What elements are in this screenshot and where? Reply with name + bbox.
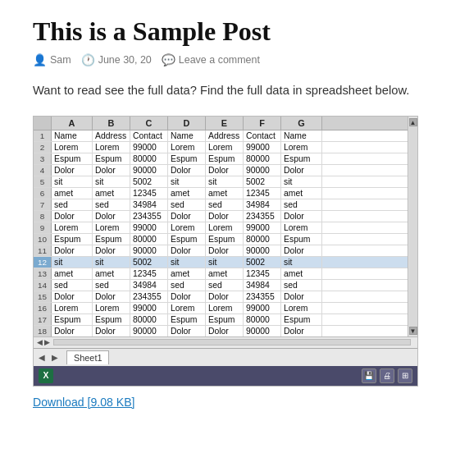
table-row: 16LoremLorem99000LoremLorem99000Lorem <box>34 303 408 314</box>
table-cell: Dolor <box>93 211 130 222</box>
table-cell: 5002 <box>130 257 168 268</box>
table-cell: 12345 <box>130 268 168 279</box>
table-cell: 90000 <box>130 326 168 336</box>
table-cell: 80000 <box>244 234 281 245</box>
table-row: 5sitsit5002sitsit5002sit <box>34 176 408 188</box>
table-cell: sit <box>168 257 206 268</box>
table-cell: sit <box>168 176 206 187</box>
table-row: 13ametamet12345ametamet12345amet <box>34 268 408 280</box>
leave-comment-link[interactable]: Leave a comment <box>179 54 260 66</box>
table-cell: Dolor <box>168 165 206 176</box>
table-cell: 234355 <box>244 211 281 222</box>
comment-icon: 💬 <box>162 53 175 66</box>
toolbar-expand-button[interactable]: ⊞ <box>398 368 412 383</box>
table-cell: sed <box>206 199 244 210</box>
tab-scroll-left[interactable]: ◀ <box>37 352 47 362</box>
toolbar-save-button[interactable]: 💾 <box>362 368 376 383</box>
table-cell: Lorem <box>52 222 93 233</box>
table-cell: Espum <box>206 153 244 164</box>
table-cell: Espum <box>206 234 244 245</box>
author-icon: 👤 <box>33 53 47 66</box>
table-cell: 90000 <box>244 326 281 336</box>
table-cell: Espum <box>52 153 93 164</box>
table-cell: 34984 <box>130 280 168 291</box>
table-cell: sed <box>168 280 206 291</box>
table-cell: Dolor <box>206 291 244 302</box>
table-cell: Dolor <box>52 165 93 176</box>
table-cell: Dolor <box>206 245 244 256</box>
table-cell: 80000 <box>130 153 168 164</box>
table-cell: sit <box>281 257 322 268</box>
spreadsheet-wrapper: ABCDEFG 1NameAddressContactNameAddressCo… <box>34 117 417 336</box>
table-cell: Espum <box>206 314 244 325</box>
table-cell: Lorem <box>93 303 130 314</box>
table-cell: sit <box>52 257 93 268</box>
table-cell: Dolor <box>52 291 93 302</box>
sheet-tab[interactable]: Sheet1 <box>66 350 109 364</box>
table-cell: sed <box>206 280 244 291</box>
table-cell: Espum <box>93 314 130 325</box>
table-cell: Address <box>206 130 244 141</box>
table-row: 7sedsed34984sedsed34984sed <box>34 199 408 211</box>
table-cell: 90000 <box>244 165 281 176</box>
table-cell: sit <box>93 176 130 187</box>
table-cell: sed <box>93 199 130 210</box>
tab-scroll-right[interactable]: ▶ <box>50 352 60 362</box>
table-cell: 5002 <box>244 176 281 187</box>
table-cell: Espum <box>93 153 130 164</box>
table-cell: Name <box>52 130 93 141</box>
table-cell: Dolor <box>52 245 93 256</box>
author-name: Sam <box>50 54 71 66</box>
table-cell: Lorem <box>281 303 322 314</box>
horizontal-scrollbar[interactable]: ◀ ▶ <box>34 336 417 348</box>
table-cell: sed <box>281 280 322 291</box>
table-cell: Espum <box>168 153 206 164</box>
scroll-left-icon[interactable]: ◀ <box>37 338 43 346</box>
date-meta: 🕐 June 30, 20 <box>81 53 152 66</box>
table-cell: Espum <box>281 314 322 325</box>
table-cell: Dolor <box>93 291 130 302</box>
table-cell: 12345 <box>244 268 281 279</box>
table-cell: 90000 <box>244 245 281 256</box>
table-cell: amet <box>52 188 93 199</box>
table-cell: sed <box>52 280 93 291</box>
post-meta: 👤 Sam 🕐 June 30, 20 💬 Leave a comment <box>33 53 418 66</box>
table-cell: Dolor <box>206 165 244 176</box>
table-cell: Dolor <box>93 326 130 336</box>
table-cell: 80000 <box>130 234 168 245</box>
comment-meta: 💬 Leave a comment <box>162 53 260 66</box>
table-cell: Lorem <box>281 142 322 153</box>
table-cell: Address <box>93 130 130 141</box>
table-cell: 234355 <box>130 211 168 222</box>
table-row: 18DolorDolor90000DolorDolor90000Dolor <box>34 326 408 336</box>
table-cell: 12345 <box>244 188 281 199</box>
table-cell: amet <box>168 268 206 279</box>
table-cell: 12345 <box>130 188 168 199</box>
scroll-right-icon[interactable]: ▶ <box>44 338 50 346</box>
table-row: 10EspumEspum80000EspumEspum80000Espum <box>34 234 408 245</box>
table-cell: amet <box>206 268 244 279</box>
table-cell: Espum <box>281 153 322 164</box>
spreadsheet-toolbar: X 💾 🖨 ⊞ <box>34 366 417 386</box>
table-cell: 80000 <box>130 314 168 325</box>
author-meta: 👤 Sam <box>33 53 71 66</box>
download-link[interactable]: Download [9.08 KB] <box>33 396 134 409</box>
table-cell: sit <box>206 257 244 268</box>
table-cell: Dolor <box>52 326 93 336</box>
table-cell: Name <box>281 130 322 141</box>
table-row: 12sitsit5002sitsit5002sit <box>34 257 408 268</box>
table-cell: Lorem <box>93 222 130 233</box>
vertical-scrollbar[interactable]: ▲ ▼ <box>408 117 417 336</box>
table-cell: Lorem <box>168 142 206 153</box>
table-cell: Name <box>168 130 206 141</box>
table-cell: Lorem <box>281 222 322 233</box>
table-row: 11DolorDolor90000DolorDolor90000Dolor <box>34 245 408 257</box>
toolbar-print-button[interactable]: 🖨 <box>380 368 394 383</box>
toolbar-right: 💾 🖨 ⊞ <box>362 368 412 383</box>
table-cell: 34984 <box>244 199 281 210</box>
table-cell: 234355 <box>244 291 281 302</box>
table-cell: sed <box>168 199 206 210</box>
table-cell: Lorem <box>52 303 93 314</box>
table-cell: amet <box>281 188 322 199</box>
table-cell: Espum <box>168 234 206 245</box>
